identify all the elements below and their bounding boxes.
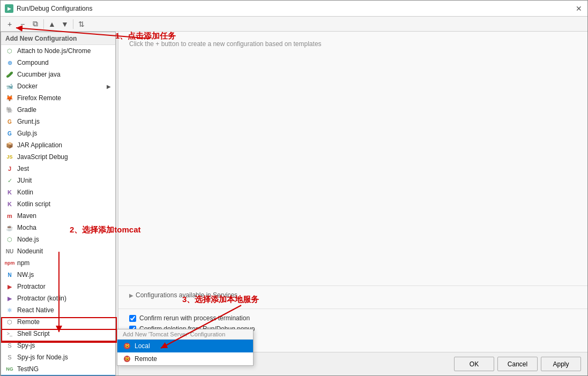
toolbar-separator [43,19,44,29]
left-panel: Add New Configuration ⬡ Attach to Node.j… [1,32,118,375]
add-config-dropdown: Add New Configuration ⬡ Attach to Node.j… [1,32,116,375]
maven-label: Maven [17,212,36,220]
firefox-label: Firefox Remote [17,94,61,102]
list-item[interactable]: ☕ Mocha [1,222,115,234]
right-panel: Click the + button to create a new confi… [118,32,587,375]
main-content: Add New Configuration ⬡ Attach to Node.j… [1,32,587,375]
kotlin-label: Kotlin [17,189,33,196]
list-item[interactable]: npm npm [1,257,115,269]
nwjs-icon: N [5,270,14,279]
dropdown-header: Add New Configuration [1,32,115,45]
nodejs-icon: ⬡ [5,235,14,244]
list-item[interactable]: ⚛ React Native [1,304,115,316]
cucumber-label: Cucumber java [17,71,61,78]
list-item[interactable]: 🥒 Cucumber java [1,69,115,80]
testng-icon: NG [5,365,14,373]
protractor-kotlin-icon: ▶ [5,294,14,303]
submenu-local-label: Local [135,342,150,350]
gulp-label: Gulp.js [17,130,37,137]
apply-button[interactable]: Apply [541,357,581,371]
toolbar: + − ⧉ ▲ ▼ ⇅ [1,17,587,32]
list-item[interactable]: K Kotlin [1,186,115,198]
local-tomcat-icon: 🐱 [123,342,131,350]
list-item[interactable]: ⬡ Node.js [1,234,115,245]
list-item[interactable]: ⬡ Remote [1,316,115,328]
spyjs-label: Spy-js [17,342,35,349]
jar-icon: 📦 [5,141,14,149]
window-close-button[interactable]: ✕ [575,4,583,13]
protractor-icon: ▶ [5,282,14,291]
list-item[interactable]: G Gulp.js [1,127,115,139]
list-item[interactable]: m Maven [1,210,115,222]
list-item[interactable]: 🦊 Firefox Remote [1,92,115,104]
firefox-icon: 🦊 [5,94,14,102]
protractor-kotlin-label: Protractor (kotlin) [17,295,66,302]
jest-icon: J [5,164,14,173]
nodeunit-label: Nodeunit [17,247,43,255]
tomcat-server-item[interactable]: 🐱 Tomcat Server ▶ [1,375,115,375]
gulp-icon: G [5,129,14,138]
kotlin-icon: K [5,188,14,197]
run-debug-configurations-window: ▶ Run/Debug Configurations ✕ + − ⧉ ▲ ▼ ⇅… [0,0,588,376]
list-item[interactable]: K Kotlin script [1,198,115,210]
list-item[interactable]: ▶ Protractor (kotlin) [1,292,115,304]
docker-arrow-icon: ▶ [107,84,111,89]
grunt-label: Grunt.js [17,118,40,125]
list-item[interactable]: ⬡ Attach to Node.js/Chrome [1,45,115,57]
mocha-label: Mocha [17,224,36,231]
spyjs-node-icon: S [5,353,14,362]
remove-button[interactable]: − [17,18,28,30]
list-item[interactable]: NG TestNG [1,363,115,375]
list-item[interactable]: >_ Shell Script [1,328,115,340]
list-item[interactable]: S Spy-js [1,340,115,351]
list-item[interactable]: 🐘 Gradle [1,104,115,116]
kotlin-script-label: Kotlin script [17,200,50,208]
title-bar: ▶ Run/Debug Configurations ✕ [1,1,587,17]
gradle-label: Gradle [17,106,36,114]
docker-icon: 🐋 [5,82,14,91]
section-arrow-icon: ▶ [129,292,133,298]
list-item[interactable]: JS JavaScript Debug [1,151,115,163]
move-up-button[interactable]: ▲ [46,18,58,30]
grunt-icon: G [5,117,14,126]
list-item[interactable]: ▶ Protractor [1,281,115,292]
list-item[interactable]: N NW.js [1,269,115,281]
configs-section-header[interactable]: ▶ Configurations available in Services [129,291,577,299]
title-bar-left: ▶ Run/Debug Configurations [5,4,92,13]
nodejs-label: Node.js [17,236,39,243]
list-item[interactable]: S Spy-js for Node.js [1,351,115,363]
list-item[interactable]: ✓ JUnit [1,175,115,186]
list-item[interactable]: J Jest [1,163,115,175]
testng-label: TestNG [17,365,39,373]
confirm-rerun-checkbox[interactable] [129,315,136,322]
sort-button[interactable]: ⇅ [76,18,87,30]
shell-script-icon: >_ [5,329,14,338]
shell-script-label: Shell Script [17,330,50,337]
submenu-remote-item[interactable]: 🐱 Remote [117,352,253,365]
confirm-rerun-label: Confirm rerun with process termination [139,314,250,322]
remote-label: Remote [17,318,40,326]
jest-label: Jest [17,165,29,172]
compound-icon: ⊕ [5,58,14,67]
cucumber-icon: 🥒 [5,70,14,79]
submenu-local-item[interactable]: 🐱 Local [117,340,253,352]
remote-tomcat-icon: 🐱 [123,355,131,363]
list-item[interactable]: NU Nodeunit [1,245,115,257]
kotlin-script-icon: K [5,200,14,208]
cancel-button[interactable]: Cancel [497,357,538,371]
list-item[interactable]: 📦 JAR Application [1,139,115,151]
list-item[interactable]: ⊕ Compound [1,57,115,69]
protractor-label: Protractor [17,283,46,290]
gradle-icon: 🐘 [5,106,14,114]
ok-button[interactable]: OK [454,357,494,371]
toolbar-separator-2 [73,19,73,29]
react-native-icon: ⚛ [5,306,14,314]
add-config-button[interactable]: + [4,18,16,30]
move-down-button[interactable]: ▼ [59,18,71,30]
jsdebug-label: JavaScript Debug [17,153,68,161]
jsdebug-icon: JS [5,153,14,161]
npm-label: npm [17,259,29,267]
list-item[interactable]: G Grunt.js [1,116,115,127]
list-item[interactable]: 🐋 Docker ▶ [1,80,115,92]
copy-button[interactable]: ⧉ [29,18,41,30]
